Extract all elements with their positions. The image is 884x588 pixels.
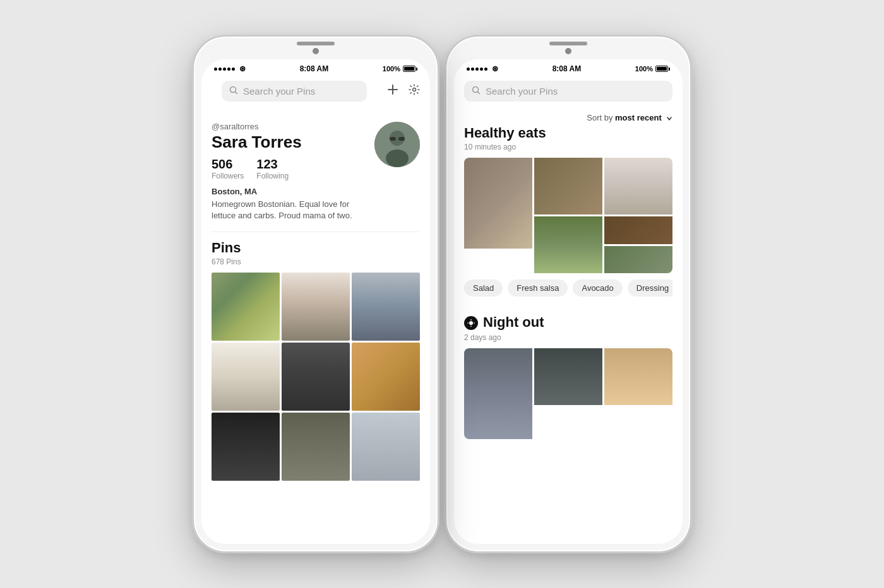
tag-avocado[interactable]: Avocado — [573, 279, 622, 297]
phone-top-2 — [446, 37, 690, 54]
pins-count: 678 Pins — [212, 257, 420, 266]
profile-header: @saraltorres Sara Torres 506 Followers 1… — [212, 122, 420, 221]
tag-salad[interactable]: Salad — [464, 279, 503, 297]
pin-cell-2[interactable] — [282, 273, 350, 341]
signal-2 — [467, 68, 487, 71]
speaker-2 — [549, 42, 587, 45]
followers-stat: 506 Followers — [212, 157, 244, 180]
pin-cell-6[interactable] — [352, 343, 420, 411]
tag-pills-1: Salad Fresh salsa Avocado Dressing T — [464, 279, 672, 297]
svg-rect-8 — [390, 137, 396, 141]
search-placeholder-2: Search your Pins — [486, 86, 558, 97]
settings-button-1[interactable] — [409, 84, 420, 98]
search-wrapper-2: Search your Pins — [454, 76, 683, 107]
pin-cell-5[interactable] — [282, 343, 350, 411]
board-img-4[interactable] — [534, 216, 602, 273]
battery-2: 100% — [635, 65, 670, 73]
board-img-56[interactable] — [604, 216, 672, 273]
svg-point-7 — [386, 150, 409, 167]
camera-1 — [313, 48, 319, 54]
tag-fresh-salsa[interactable]: Fresh salsa — [508, 279, 568, 297]
board-img-3[interactable] — [604, 158, 672, 215]
status-bar-2: ⊛ 8:08 AM 100% — [454, 59, 683, 76]
status-left-1: ⊛ — [214, 64, 246, 73]
toolbar-1: Search your Pins — [201, 76, 430, 112]
following-stat: 123 Following — [256, 157, 289, 180]
pin-cell-4[interactable] — [212, 343, 280, 411]
pin-cell-8[interactable] — [282, 413, 350, 481]
user-handle: @saraltorres — [212, 122, 374, 131]
location: Boston, MA — [212, 187, 374, 196]
board-2-grid — [464, 348, 672, 439]
board-1: Healthy eats 10 minutes ago — [454, 125, 683, 314]
speaker-1 — [297, 42, 335, 45]
sort-bar: Sort by most recent — [454, 107, 683, 125]
phone-1: ⊛ 8:08 AM 100% — [193, 35, 439, 553]
status-left-2: ⊛ — [467, 64, 498, 73]
board-content: Sort by most recent Healthy eats 10 minu… — [454, 107, 683, 544]
night-icon — [464, 316, 478, 330]
phone-2: ⊛ 8:08 AM 100% — [445, 35, 691, 553]
night-title-row: Night out — [464, 314, 672, 332]
pins-grid — [212, 273, 420, 481]
profile-info: @saraltorres Sara Torres 506 Followers 1… — [212, 122, 374, 221]
screen-2: ⊛ 8:08 AM 100% — [454, 59, 683, 544]
board-1-grid — [464, 158, 672, 273]
svg-line-11 — [478, 92, 480, 94]
full-name: Sara Torres — [212, 132, 374, 152]
search-bar-1[interactable]: Search your Pins — [222, 81, 367, 102]
svg-point-4 — [413, 88, 416, 91]
battery-1: 100% — [383, 65, 417, 73]
pin-cell-1[interactable] — [212, 273, 280, 341]
night-img-1[interactable] — [464, 348, 532, 439]
divider-1 — [212, 232, 420, 232]
wifi-icon-1: ⊛ — [239, 64, 246, 73]
svg-line-1 — [236, 92, 237, 94]
search-icon-2 — [472, 86, 481, 97]
board-1-title[interactable]: Healthy eats — [464, 125, 672, 141]
pin-cell-3[interactable] — [352, 273, 420, 341]
night-img-3[interactable] — [604, 348, 672, 405]
search-placeholder-1: Search your Pins — [243, 86, 315, 97]
svg-rect-9 — [398, 137, 405, 141]
battery-icon-1 — [403, 66, 417, 72]
board-2: Night out 2 days ago — [454, 314, 683, 456]
add-button-1[interactable] — [387, 84, 398, 98]
pin-cell-9[interactable] — [352, 413, 420, 481]
battery-icon-2 — [655, 66, 670, 72]
time-1: 8:08 AM — [300, 64, 329, 73]
sort-label: Sort by most recent — [587, 113, 672, 122]
board-2-time: 2 days ago — [464, 333, 672, 342]
tag-dressing[interactable]: Dressing — [628, 279, 672, 297]
board-2-title[interactable]: Night out — [483, 314, 544, 331]
board-img-2[interactable] — [534, 158, 602, 215]
svg-point-12 — [469, 321, 473, 325]
sort-value[interactable]: most recent — [615, 113, 662, 122]
camera-2 — [565, 48, 571, 54]
status-bar-1: ⊛ 8:08 AM 100% — [201, 59, 430, 76]
profile-content-1: @saraltorres Sara Torres 506 Followers 1… — [201, 112, 430, 544]
bio: Homegrown Bostonian. Equal love for lett… — [212, 199, 374, 221]
stats-row: 506 Followers 123 Following — [212, 157, 374, 180]
pin-cell-7[interactable] — [212, 413, 280, 481]
search-bar-2[interactable]: Search your Pins — [464, 81, 672, 102]
search-icon-1 — [229, 86, 238, 97]
board-img-1[interactable] — [464, 158, 532, 249]
night-img-2[interactable] — [534, 348, 602, 405]
wifi-icon-2: ⊛ — [492, 64, 498, 73]
phones-container: ⊛ 8:08 AM 100% — [193, 35, 691, 553]
signal-1 — [214, 68, 235, 71]
phone-top-1 — [194, 37, 438, 54]
avatar — [374, 122, 420, 167]
board-1-time: 10 minutes ago — [464, 143, 672, 151]
screen-1: ⊛ 8:08 AM 100% — [201, 59, 430, 544]
time-2: 8:08 AM — [552, 64, 582, 73]
pins-title: Pins — [212, 240, 420, 256]
